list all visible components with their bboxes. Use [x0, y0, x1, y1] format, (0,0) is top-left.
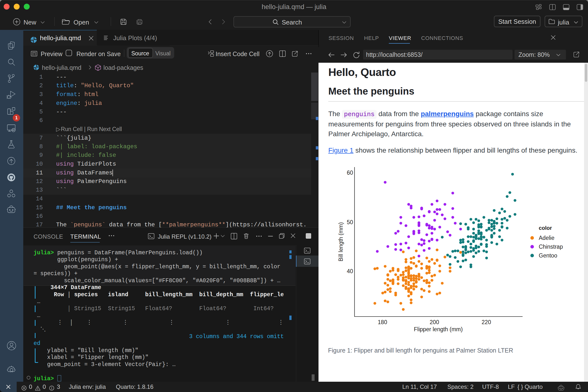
svg-text:180: 180: [378, 319, 387, 325]
svg-text:Bill length (mm): Bill length (mm): [338, 222, 344, 262]
svg-text:color: color: [539, 225, 552, 231]
svg-text:Adelie: Adelie: [539, 235, 554, 241]
svg-text:60: 60: [347, 170, 353, 176]
svg-text:Gentoo: Gentoo: [539, 252, 557, 259]
svg-text:Chinstrap: Chinstrap: [539, 244, 563, 250]
svg-text:40: 40: [347, 268, 353, 274]
svg-text:220: 220: [482, 319, 491, 325]
svg-text:200: 200: [430, 319, 439, 325]
svg-text:50: 50: [347, 219, 353, 226]
svg-text:Flipper length (mm): Flipper length (mm): [414, 326, 462, 332]
